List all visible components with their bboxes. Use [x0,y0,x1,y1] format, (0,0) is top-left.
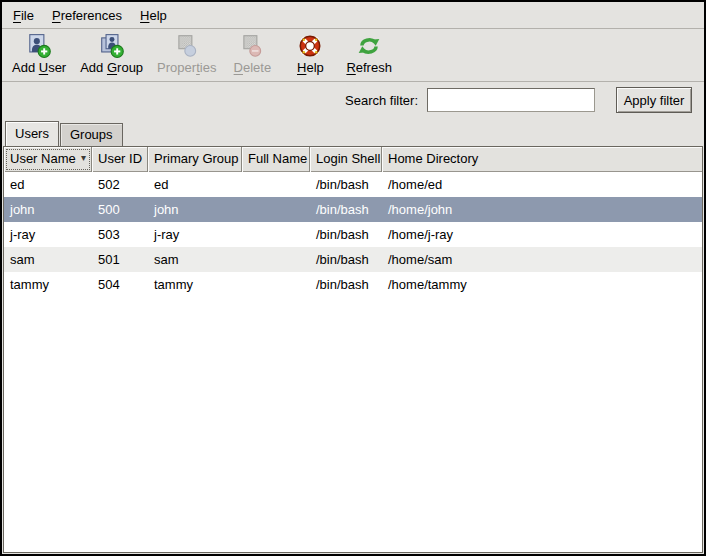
properties-icon [174,33,200,59]
add-group-label: Add Group [80,60,143,75]
column-header-primary-group[interactable]: Primary Group [148,147,242,172]
properties-button: Properties [150,32,223,76]
add-group-button[interactable]: Add Group [73,32,150,76]
toolbar: Add User Add Group [2,29,704,82]
table-row-tammy[interactable]: tammy 504 tammy /bin/bash /home/tammy [4,272,702,297]
delete-icon [239,33,265,59]
users-table: User Name ▾ User ID Primary Group Full N… [3,146,703,553]
tab-users[interactable]: Users [5,121,59,146]
table-row-sam[interactable]: sam 501 sam /bin/bash /home/sam [4,247,702,272]
column-header-login-shell[interactable]: Login Shell [310,147,382,172]
user-manager-window: File Preferences Help Add User [0,0,706,556]
column-header-user-id[interactable]: User ID [92,147,148,172]
sort-arrow-icon: ▾ [81,151,91,163]
apply-filter-button[interactable]: Apply filter [616,87,692,113]
table-header: User Name ▾ User ID Primary Group Full N… [4,147,702,172]
menu-preferences[interactable]: Preferences [43,4,131,27]
search-filter-row: Search filter: Apply filter [2,82,704,118]
add-group-icon [99,33,125,59]
help-icon [297,33,323,59]
column-header-home-directory[interactable]: Home Directory [382,147,702,172]
tab-strip: Users Groups [2,118,704,146]
column-header-full-name[interactable]: Full Name [242,147,310,172]
menu-bar: File Preferences Help [2,2,704,29]
table-body: ed 502 ed /bin/bash /home/ed john 500 jo… [4,172,702,552]
refresh-icon [356,33,382,59]
add-user-label: Add User [12,60,66,75]
table-row-ed[interactable]: ed 502 ed /bin/bash /home/ed [4,172,702,197]
search-filter-label: Search filter: [345,93,418,108]
delete-button: Delete [223,32,281,76]
delete-label: Delete [234,60,272,75]
column-header-user-name[interactable]: User Name ▾ [4,147,92,172]
menu-help[interactable]: Help [131,4,176,27]
menu-file[interactable]: File [4,4,43,27]
refresh-label: Refresh [346,60,392,75]
help-button[interactable]: Help [281,32,339,76]
add-user-icon [26,33,52,59]
help-label: Help [297,60,324,75]
refresh-button[interactable]: Refresh [339,32,399,76]
tab-groups[interactable]: Groups [60,123,123,146]
table-row-j-ray[interactable]: j-ray 503 j-ray /bin/bash /home/j-ray [4,222,702,247]
search-filter-input[interactable] [427,88,595,112]
add-user-button[interactable]: Add User [5,32,73,76]
table-row-john-selected[interactable]: john 500 john /bin/bash /home/john [4,197,702,222]
properties-label: Properties [157,60,216,75]
